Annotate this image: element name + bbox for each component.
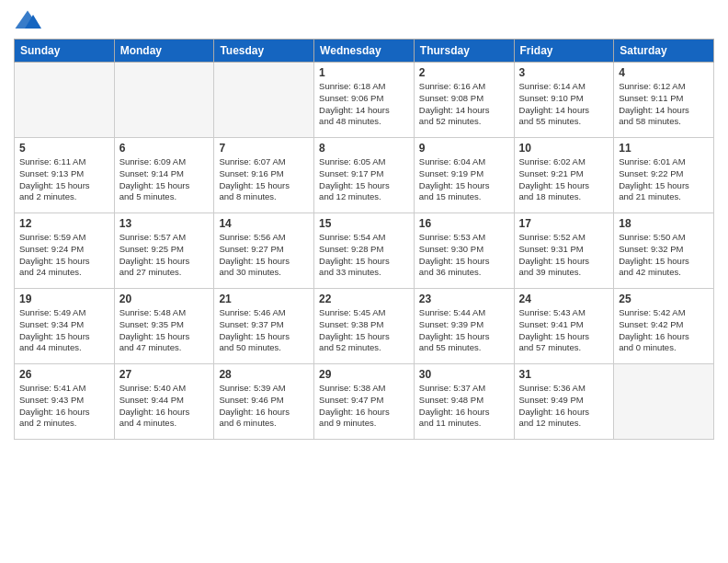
day-number: 23 bbox=[419, 293, 509, 305]
day-number: 10 bbox=[519, 142, 609, 155]
calendar-cell: 27Sunrise: 5:40 AM Sunset: 9:44 PM Dayli… bbox=[114, 364, 214, 440]
day-detail: Sunrise: 5:41 AM Sunset: 9:43 PM Dayligh… bbox=[19, 383, 109, 430]
day-number: 12 bbox=[19, 217, 109, 230]
calendar-cell: 17Sunrise: 5:52 AM Sunset: 9:31 PM Dayli… bbox=[514, 213, 614, 289]
day-number: 19 bbox=[19, 293, 109, 305]
day-number: 18 bbox=[619, 217, 709, 230]
calendar-cell: 31Sunrise: 5:36 AM Sunset: 9:49 PM Dayli… bbox=[514, 364, 614, 440]
day-detail: Sunrise: 5:57 AM Sunset: 9:25 PM Dayligh… bbox=[119, 232, 210, 279]
calendar-cell: 4Sunrise: 6:12 AM Sunset: 9:11 PM Daylig… bbox=[614, 63, 714, 138]
day-number: 8 bbox=[319, 142, 409, 155]
calendar-cell: 10Sunrise: 6:02 AM Sunset: 9:21 PM Dayli… bbox=[514, 138, 614, 213]
day-detail: Sunrise: 5:38 AM Sunset: 9:47 PM Dayligh… bbox=[319, 383, 409, 430]
logo-icon bbox=[14, 9, 41, 31]
week-row-4: 19Sunrise: 5:49 AM Sunset: 9:34 PM Dayli… bbox=[15, 289, 714, 364]
day-detail: Sunrise: 5:56 AM Sunset: 9:27 PM Dayligh… bbox=[219, 232, 309, 279]
day-detail: Sunrise: 5:40 AM Sunset: 9:44 PM Dayligh… bbox=[119, 383, 210, 430]
day-number: 2 bbox=[419, 66, 509, 79]
week-row-2: 5Sunrise: 6:11 AM Sunset: 9:13 PM Daylig… bbox=[15, 138, 714, 213]
calendar-cell bbox=[15, 63, 115, 138]
calendar-cell: 3Sunrise: 6:14 AM Sunset: 9:10 PM Daylig… bbox=[514, 63, 614, 138]
day-detail: Sunrise: 5:54 AM Sunset: 9:28 PM Dayligh… bbox=[319, 232, 409, 279]
day-number: 29 bbox=[319, 368, 409, 381]
calendar-cell: 20Sunrise: 5:48 AM Sunset: 9:35 PM Dayli… bbox=[114, 289, 214, 364]
day-number: 16 bbox=[419, 217, 509, 230]
calendar-cell: 15Sunrise: 5:54 AM Sunset: 9:28 PM Dayli… bbox=[314, 213, 415, 289]
day-number: 21 bbox=[219, 293, 309, 305]
day-detail: Sunrise: 6:02 AM Sunset: 9:21 PM Dayligh… bbox=[519, 156, 609, 203]
calendar-cell: 5Sunrise: 6:11 AM Sunset: 9:13 PM Daylig… bbox=[15, 138, 115, 213]
calendar-cell: 2Sunrise: 6:16 AM Sunset: 9:08 PM Daylig… bbox=[414, 63, 514, 138]
calendar-cell: 24Sunrise: 5:43 AM Sunset: 9:41 PM Dayli… bbox=[514, 289, 614, 364]
day-number: 9 bbox=[419, 142, 509, 155]
day-detail: Sunrise: 5:52 AM Sunset: 9:31 PM Dayligh… bbox=[519, 232, 609, 279]
day-number: 5 bbox=[19, 142, 109, 155]
calendar-cell: 16Sunrise: 5:53 AM Sunset: 9:30 PM Dayli… bbox=[414, 213, 514, 289]
day-number: 13 bbox=[119, 217, 210, 230]
calendar-cell: 6Sunrise: 6:09 AM Sunset: 9:14 PM Daylig… bbox=[114, 138, 214, 213]
calendar-cell: 29Sunrise: 5:38 AM Sunset: 9:47 PM Dayli… bbox=[314, 364, 415, 440]
calendar-cell: 14Sunrise: 5:56 AM Sunset: 9:27 PM Dayli… bbox=[214, 213, 314, 289]
day-detail: Sunrise: 6:04 AM Sunset: 9:19 PM Dayligh… bbox=[419, 156, 509, 203]
day-number: 27 bbox=[119, 368, 210, 381]
week-row-5: 26Sunrise: 5:41 AM Sunset: 9:43 PM Dayli… bbox=[15, 364, 714, 440]
weekday-header-thursday: Thursday bbox=[414, 40, 514, 63]
day-detail: Sunrise: 5:36 AM Sunset: 9:49 PM Dayligh… bbox=[519, 383, 609, 430]
calendar-cell: 9Sunrise: 6:04 AM Sunset: 9:19 PM Daylig… bbox=[414, 138, 514, 213]
header bbox=[14, 9, 714, 31]
weekday-header-saturday: Saturday bbox=[614, 40, 714, 63]
day-detail: Sunrise: 6:07 AM Sunset: 9:16 PM Dayligh… bbox=[219, 156, 309, 203]
day-detail: Sunrise: 5:46 AM Sunset: 9:37 PM Dayligh… bbox=[219, 307, 309, 354]
calendar-cell: 21Sunrise: 5:46 AM Sunset: 9:37 PM Dayli… bbox=[214, 289, 314, 364]
day-detail: Sunrise: 6:18 AM Sunset: 9:06 PM Dayligh… bbox=[319, 81, 409, 128]
day-number: 28 bbox=[219, 368, 309, 381]
day-number: 3 bbox=[519, 66, 609, 79]
calendar-cell: 19Sunrise: 5:49 AM Sunset: 9:34 PM Dayli… bbox=[15, 289, 115, 364]
calendar-cell: 11Sunrise: 6:01 AM Sunset: 9:22 PM Dayli… bbox=[614, 138, 714, 213]
weekday-header-sunday: Sunday bbox=[15, 40, 115, 63]
calendar-cell: 25Sunrise: 5:42 AM Sunset: 9:42 PM Dayli… bbox=[614, 289, 714, 364]
calendar-cell: 30Sunrise: 5:37 AM Sunset: 9:48 PM Dayli… bbox=[414, 364, 514, 440]
day-detail: Sunrise: 6:09 AM Sunset: 9:14 PM Dayligh… bbox=[119, 156, 210, 203]
day-detail: Sunrise: 6:05 AM Sunset: 9:17 PM Dayligh… bbox=[319, 156, 409, 203]
day-detail: Sunrise: 5:48 AM Sunset: 9:35 PM Dayligh… bbox=[119, 307, 210, 354]
day-number: 4 bbox=[619, 66, 709, 79]
day-detail: Sunrise: 5:59 AM Sunset: 9:24 PM Dayligh… bbox=[19, 232, 109, 279]
weekday-header-tuesday: Tuesday bbox=[214, 40, 314, 63]
calendar-page: SundayMondayTuesdayWednesdayThursdayFrid… bbox=[0, 0, 728, 563]
day-detail: Sunrise: 5:43 AM Sunset: 9:41 PM Dayligh… bbox=[519, 307, 609, 354]
weekday-header-monday: Monday bbox=[114, 40, 214, 63]
day-number: 6 bbox=[119, 142, 210, 155]
day-number: 20 bbox=[119, 293, 210, 305]
calendar-cell bbox=[114, 63, 214, 138]
weekday-header-wednesday: Wednesday bbox=[314, 40, 415, 63]
calendar-cell bbox=[614, 364, 714, 440]
day-number: 26 bbox=[19, 368, 109, 381]
day-detail: Sunrise: 6:16 AM Sunset: 9:08 PM Dayligh… bbox=[419, 81, 509, 128]
calendar-cell: 13Sunrise: 5:57 AM Sunset: 9:25 PM Dayli… bbox=[114, 213, 214, 289]
day-detail: Sunrise: 6:01 AM Sunset: 9:22 PM Dayligh… bbox=[619, 156, 709, 203]
logo bbox=[14, 9, 45, 31]
day-number: 7 bbox=[219, 142, 309, 155]
calendar-cell: 7Sunrise: 6:07 AM Sunset: 9:16 PM Daylig… bbox=[214, 138, 314, 213]
day-number: 17 bbox=[519, 217, 609, 230]
calendar-cell: 18Sunrise: 5:50 AM Sunset: 9:32 PM Dayli… bbox=[614, 213, 714, 289]
day-detail: Sunrise: 5:53 AM Sunset: 9:30 PM Dayligh… bbox=[419, 232, 509, 279]
day-detail: Sunrise: 6:14 AM Sunset: 9:10 PM Dayligh… bbox=[519, 81, 609, 128]
day-number: 15 bbox=[319, 217, 409, 230]
calendar-cell bbox=[214, 63, 314, 138]
weekday-header-row: SundayMondayTuesdayWednesdayThursdayFrid… bbox=[15, 40, 714, 63]
day-detail: Sunrise: 5:37 AM Sunset: 9:48 PM Dayligh… bbox=[419, 383, 509, 430]
calendar-table: SundayMondayTuesdayWednesdayThursdayFrid… bbox=[14, 39, 714, 440]
day-number: 22 bbox=[319, 293, 409, 305]
calendar-cell: 12Sunrise: 5:59 AM Sunset: 9:24 PM Dayli… bbox=[15, 213, 115, 289]
day-detail: Sunrise: 6:12 AM Sunset: 9:11 PM Dayligh… bbox=[619, 81, 709, 128]
calendar-cell: 28Sunrise: 5:39 AM Sunset: 9:46 PM Dayli… bbox=[214, 364, 314, 440]
day-detail: Sunrise: 5:42 AM Sunset: 9:42 PM Dayligh… bbox=[619, 307, 709, 354]
day-number: 11 bbox=[619, 142, 709, 155]
day-number: 30 bbox=[419, 368, 509, 381]
week-row-1: 1Sunrise: 6:18 AM Sunset: 9:06 PM Daylig… bbox=[15, 63, 714, 138]
day-number: 31 bbox=[519, 368, 609, 381]
day-detail: Sunrise: 5:50 AM Sunset: 9:32 PM Dayligh… bbox=[619, 232, 709, 279]
day-detail: Sunrise: 5:45 AM Sunset: 9:38 PM Dayligh… bbox=[319, 307, 409, 354]
